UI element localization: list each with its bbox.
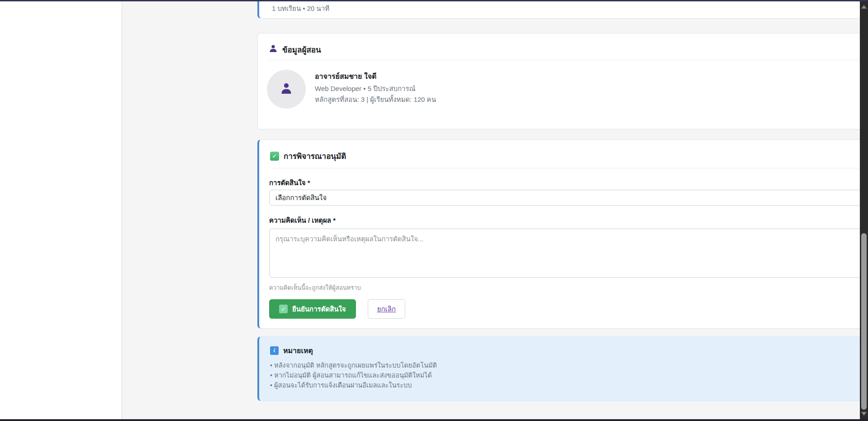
instructor-card-title: ข้อมูลผู้สอน: [282, 43, 321, 56]
lesson-meta-text: 1 บทเรียน • 20 นาที: [272, 3, 329, 14]
note-card: i หมายเหตุ • หลังจากอนุมัติ หลักสูตรจะถู…: [257, 336, 868, 401]
main-content: 1 บทเรียน • 20 นาที ข้อมูลผู้สอน อาจารย์…: [123, 1, 860, 419]
note-item: • ผู้สอนจะได้รับการแจ้งเตือนผ่านอีเมลและ…: [270, 380, 437, 390]
confirm-decision-button[interactable]: ✓ ยืนยันการตัดสินใจ: [269, 299, 356, 319]
approval-card: ✓ การพิจารณาอนุมัติ การตัดสินใจ * เลือกก…: [257, 139, 868, 329]
action-button-row: ✓ ยืนยันการตัดสินใจ ยกเลิก: [269, 299, 405, 319]
note-card-title: หมายเหตุ: [283, 345, 313, 356]
avatar: [267, 70, 306, 109]
cancel-button[interactable]: ยกเลิก: [368, 299, 405, 319]
note-item: • หากไม่อนุมัติ ผู้สอนสามารถแก้ไขและส่งข…: [270, 370, 437, 380]
check-icon: ✓: [279, 305, 288, 313]
confirm-button-label: ยืนยันการตัดสินใจ: [292, 304, 346, 315]
scroll-up-arrow-icon[interactable]: [861, 5, 867, 9]
browser-chrome-top: [0, 0, 868, 1]
vertical-scrollbar[interactable]: [860, 1, 868, 419]
instructor-info-card: ข้อมูลผู้สอน อาจารย์สมชาย ใจดี Web Devel…: [257, 33, 868, 129]
cancel-button-label: ยกเลิก: [377, 305, 396, 313]
left-sidebar: [0, 1, 122, 419]
info-icon: i: [270, 346, 279, 355]
check-icon: ✓: [270, 152, 279, 161]
browser-chrome-bottom: [0, 419, 868, 421]
approval-card-title: การพิจารณาอนุมัติ: [284, 150, 346, 162]
instructor-name: อาจารย์สมชาย ใจดี: [315, 71, 376, 82]
divider: [270, 168, 868, 168]
scrollbar-thumb[interactable]: [861, 233, 867, 410]
decision-select[interactable]: เลือกการตัดสินใจ: [269, 190, 868, 206]
note-item: • หลังจากอนุมัติ หลักสูตรจะถูกเผยแพร่ในร…: [270, 360, 437, 370]
approval-card-header: ✓ การพิจารณาอนุมัติ: [270, 150, 346, 162]
avatar-person-icon: [280, 81, 293, 97]
comment-textarea[interactable]: [269, 229, 868, 277]
scroll-down-arrow-icon[interactable]: [861, 412, 867, 416]
comment-helper-text: ความคิดเห็นนี้จะถูกส่งให้ผู้สอนทราบ: [269, 283, 361, 292]
decision-label: การตัดสินใจ *: [269, 177, 310, 188]
instructor-stats: หลักสูตรที่สอน: 3 | ผู้เรียนทั้งหมด: 120…: [315, 94, 436, 105]
instructor-card-header: ข้อมูลผู้สอน: [269, 43, 321, 56]
note-card-header: i หมายเหตุ: [270, 345, 313, 356]
divider: [269, 60, 868, 60]
note-list: • หลังจากอนุมัติ หลักสูตรจะถูกเผยแพร่ในร…: [270, 360, 437, 390]
instructor-role: Web Developer • 5 ปีประสบการณ์: [315, 83, 416, 94]
comment-label: ความคิดเห็น / เหตุผล *: [269, 215, 336, 226]
person-icon: [269, 44, 278, 55]
course-content-card: 1 บทเรียน • 20 นาที: [257, 0, 868, 19]
